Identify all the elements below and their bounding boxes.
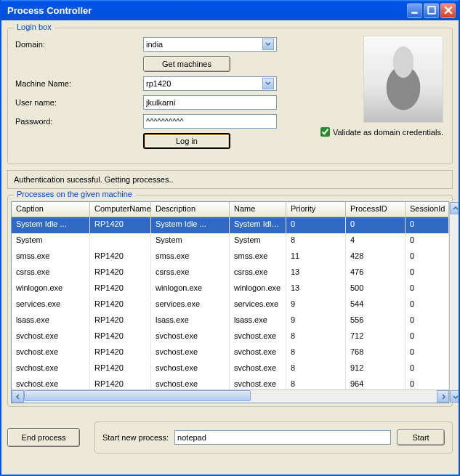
machine-combo[interactable]: rp1420 <box>143 76 277 91</box>
table-row[interactable]: svchost.exeRP1420svchost.exesvchost.exe8… <box>12 361 449 377</box>
table-row[interactable]: SystemSystemSystem840 <box>12 233 449 249</box>
window-title: Process Controller <box>4 5 407 16</box>
table-cell: 428 <box>346 249 405 265</box>
scroll-thumb[interactable] <box>24 390 251 401</box>
horizontal-scrollbar[interactable] <box>12 390 449 403</box>
table-cell: svchost.exe <box>230 361 286 377</box>
column-header[interactable]: Description <box>151 202 230 217</box>
table-cell: lsass.exe <box>151 313 230 329</box>
column-header[interactable]: Name <box>230 202 286 217</box>
table-cell: RP1420 <box>90 249 151 265</box>
table-cell: 9 <box>286 313 346 329</box>
column-header[interactable]: Caption <box>12 202 90 217</box>
table-cell: 9 <box>286 297 346 313</box>
table-cell: 13 <box>286 265 346 281</box>
validate-checkbox-row[interactable]: Validate as domain credentials. <box>312 127 443 137</box>
domain-label: Domain: <box>15 40 139 49</box>
column-header[interactable]: ComputerName <box>90 202 151 217</box>
column-header[interactable]: ProcessID <box>346 202 405 217</box>
table-row[interactable]: smss.exeRP1420smss.exesmss.exe114280 <box>12 249 449 265</box>
start-process-input[interactable] <box>174 430 391 445</box>
scroll-left-icon[interactable] <box>12 390 24 403</box>
table-cell: 912 <box>346 361 405 377</box>
table-cell: services.exe <box>12 297 90 313</box>
table-cell: 8 <box>286 345 346 361</box>
table-cell: RP1420 <box>90 313 151 329</box>
login-button[interactable]: Log in <box>143 133 230 149</box>
end-process-button[interactable]: End process <box>7 428 80 447</box>
table-cell: 0 <box>405 377 449 390</box>
scroll-right-icon[interactable] <box>437 390 449 403</box>
table-cell: 0 <box>346 217 405 233</box>
table-cell: svchost.exe <box>12 361 90 377</box>
validate-checkbox[interactable] <box>320 127 330 137</box>
vertical-scrollbar[interactable] <box>449 202 460 403</box>
domain-value: india <box>146 40 163 49</box>
svg-rect-1 <box>428 7 435 14</box>
table-cell: 0 <box>405 217 449 233</box>
scroll-down-icon[interactable] <box>450 390 461 403</box>
start-process-label: Start new process: <box>102 433 169 442</box>
table-cell: csrss.exe <box>151 265 230 281</box>
table-cell: System <box>12 233 90 249</box>
minimize-button[interactable] <box>407 3 422 18</box>
table-cell: 0 <box>405 361 449 377</box>
scroll-up-icon[interactable] <box>450 202 461 214</box>
table-cell: 0 <box>405 249 449 265</box>
table-cell: 0 <box>286 217 346 233</box>
machine-label: Machine Name: <box>15 79 139 88</box>
table-cell: 712 <box>346 329 405 345</box>
password-label: Password: <box>15 117 139 126</box>
close-button[interactable] <box>440 3 456 18</box>
password-input[interactable] <box>143 114 277 129</box>
table-cell: smss.exe <box>151 249 230 265</box>
login-box: Login box Domain: india Get machines Mac… <box>7 28 453 164</box>
table-cell: 0 <box>405 281 449 297</box>
processes-box: Processes on the given machine CaptionCo… <box>7 195 453 407</box>
table-row[interactable]: System Idle ...RP1420System Idle ...Syst… <box>12 217 449 233</box>
maximize-button[interactable] <box>424 3 439 18</box>
table-cell: svchost.exe <box>12 329 90 345</box>
table-cell: RP1420 <box>90 377 151 390</box>
chevron-down-icon[interactable] <box>262 39 274 50</box>
table-row[interactable]: svchost.exeRP1420svchost.exesvchost.exe8… <box>12 377 449 390</box>
process-table[interactable]: CaptionComputerNameDescriptionNamePriori… <box>11 201 449 403</box>
table-cell: csrss.exe <box>230 265 286 281</box>
table-cell: smss.exe <box>12 249 90 265</box>
chevron-down-icon[interactable] <box>262 78 274 89</box>
table-row[interactable]: svchost.exeRP1420svchost.exesvchost.exe8… <box>12 345 449 361</box>
table-cell: 8 <box>286 377 346 390</box>
table-cell: lsass.exe <box>12 313 90 329</box>
get-machines-button[interactable]: Get machines <box>143 56 230 72</box>
column-header[interactable]: Priority <box>286 202 346 217</box>
user-input[interactable] <box>143 95 277 110</box>
domain-combo[interactable]: india <box>143 37 277 52</box>
table-cell <box>90 233 151 249</box>
table-cell: 0 <box>405 329 449 345</box>
table-row[interactable]: services.exeRP1420services.exeservices.e… <box>12 297 449 313</box>
table-cell: svchost.exe <box>12 345 90 361</box>
table-cell: RP1420 <box>90 281 151 297</box>
column-header[interactable]: SessionId <box>405 202 449 217</box>
table-cell: RP1420 <box>90 217 151 233</box>
start-button[interactable]: Start <box>397 429 445 445</box>
table-cell: 0 <box>405 313 449 329</box>
table-cell: 500 <box>346 281 405 297</box>
titlebar[interactable]: Process Controller <box>1 0 459 20</box>
table-row[interactable]: csrss.exeRP1420csrss.execsrss.exe134760 <box>12 265 449 281</box>
table-cell: RP1420 <box>90 361 151 377</box>
table-cell: 13 <box>286 281 346 297</box>
table-cell: System Idle ... <box>12 217 90 233</box>
table-cell: 0 <box>405 345 449 361</box>
table-row[interactable]: svchost.exeRP1420svchost.exesvchost.exe8… <box>12 329 449 345</box>
table-cell: 8 <box>286 233 346 249</box>
table-cell: 964 <box>346 377 405 390</box>
table-row[interactable]: winlogon.exeRP1420winlogon.exewinlogon.e… <box>12 281 449 297</box>
table-cell: 8 <box>286 361 346 377</box>
table-cell: 0 <box>405 233 449 249</box>
table-row[interactable]: lsass.exeRP1420lsass.exelsass.exe95560 <box>12 313 449 329</box>
table-cell: svchost.exe <box>12 377 90 390</box>
table-cell: 544 <box>346 297 405 313</box>
table-cell: svchost.exe <box>151 361 230 377</box>
table-cell: svchost.exe <box>151 329 230 345</box>
